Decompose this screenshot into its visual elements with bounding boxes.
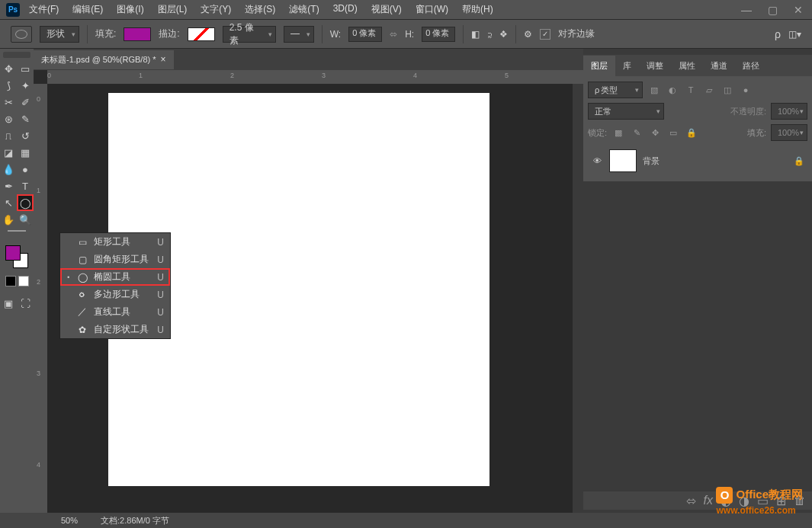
- hand-tool[interactable]: ✋: [1, 212, 16, 227]
- brush-tool[interactable]: ✎: [18, 111, 33, 126]
- filter-toggle-icon[interactable]: ●: [739, 85, 753, 94]
- blend-mode-dropdown[interactable]: 正常: [588, 103, 664, 120]
- filter-adjust-icon[interactable]: ◐: [666, 85, 679, 95]
- menu-help[interactable]: 帮助(H): [462, 3, 493, 16]
- layer-thumbnail[interactable]: [609, 149, 637, 172]
- watermark-icon: O: [716, 487, 733, 504]
- stroke-swatch[interactable]: [188, 27, 215, 41]
- app-logo: Ps: [6, 3, 20, 17]
- healing-tool[interactable]: ⊛: [1, 111, 16, 126]
- width-field[interactable]: 0 像素: [348, 27, 382, 42]
- scrollbar-vertical[interactable]: [573, 84, 583, 513]
- flyout-rectangle[interactable]: ▭矩形工具U: [60, 233, 170, 251]
- filter-type-icon[interactable]: T: [684, 85, 698, 94]
- filter-image-icon[interactable]: ▧: [647, 85, 661, 95]
- mini-black[interactable]: [5, 276, 16, 286]
- gear-icon[interactable]: ⚙: [524, 29, 532, 40]
- tab-close-icon[interactable]: ×: [161, 54, 166, 65]
- close-button[interactable]: ✕: [791, 4, 806, 16]
- crop-tool[interactable]: ✂: [1, 94, 16, 110]
- tab-paths[interactable]: 路径: [735, 56, 767, 76]
- menu-image[interactable]: 图像(I): [117, 3, 143, 16]
- shape-tool-flyout: ▭矩形工具U ▢圆角矩形工具U ▪◯椭圆工具U ⭘多边形工具U ／直线工具U ✿…: [59, 232, 171, 339]
- align-icon[interactable]: ⫈: [487, 29, 492, 40]
- toolbox-grip[interactable]: [3, 52, 30, 58]
- menu-edit[interactable]: 编辑(E): [72, 3, 103, 16]
- menu-file[interactable]: 文件(F): [29, 3, 59, 16]
- history-brush-tool[interactable]: ↺: [18, 128, 33, 143]
- menu-window[interactable]: 窗口(W): [416, 3, 448, 16]
- shape-tool[interactable]: ◯: [18, 195, 33, 210]
- tab-adjustments[interactable]: 调整: [639, 56, 671, 76]
- magic-wand-tool[interactable]: ✦: [18, 78, 33, 93]
- quickmask-tool[interactable]: ▣: [1, 296, 16, 311]
- stroke-width-field[interactable]: 2.5 像素: [223, 26, 276, 43]
- menu-type[interactable]: 文字(Y): [201, 3, 231, 16]
- flyout-polygon[interactable]: ⭘多边形工具U: [60, 286, 170, 303]
- eyedropper-tool[interactable]: ✐: [18, 94, 33, 110]
- height-field[interactable]: 0 像素: [422, 27, 455, 42]
- lasso-tool[interactable]: ⟆: [1, 78, 16, 93]
- flyout-ellipse[interactable]: ▪◯椭圆工具U: [60, 268, 170, 286]
- opacity-field[interactable]: 100%: [771, 103, 807, 120]
- shape-mode-dropdown[interactable]: 形状: [40, 26, 79, 43]
- layer-row[interactable]: 👁 背景 🔒: [588, 145, 807, 177]
- tab-properties[interactable]: 属性: [671, 56, 703, 76]
- flyout-rounded-rectangle[interactable]: ▢圆角矩形工具U: [60, 251, 170, 268]
- zoom-level[interactable]: 50%: [61, 516, 78, 525]
- lock-move-icon[interactable]: ✥: [648, 128, 662, 138]
- ellipse-icon: [15, 30, 27, 39]
- blur-tool[interactable]: 💧: [1, 162, 16, 177]
- flyout-line[interactable]: ／直线工具U: [60, 303, 170, 321]
- lock-pixels-icon[interactable]: ▩: [611, 128, 625, 138]
- tab-title: 未标题-1.psd @ 50%(RGB/8) *: [41, 54, 156, 66]
- menu-filter[interactable]: 滤镜(T): [289, 3, 319, 16]
- pen-tool[interactable]: ✒: [1, 178, 16, 194]
- fg-color[interactable]: [5, 245, 21, 261]
- tab-layers[interactable]: 图层: [583, 56, 615, 76]
- menu-select[interactable]: 选择(S): [245, 3, 275, 16]
- marquee-tool[interactable]: ▭: [18, 61, 33, 76]
- tab-channels[interactable]: 通道: [703, 56, 735, 76]
- color-swatches[interactable]: [5, 245, 28, 268]
- eraser-tool[interactable]: ◪: [1, 145, 16, 160]
- arrange-icon[interactable]: ❖: [499, 29, 508, 40]
- dodge-tool[interactable]: ●: [18, 162, 33, 177]
- type-tool[interactable]: T: [18, 178, 33, 194]
- stroke-style-dropdown[interactable]: [284, 26, 314, 43]
- mini-white[interactable]: [18, 276, 29, 286]
- screenmode-tool[interactable]: ⛶: [18, 296, 33, 311]
- zoom-tool[interactable]: 🔍: [18, 212, 33, 227]
- search-icon[interactable]: ρ: [775, 28, 781, 40]
- link-layers-icon[interactable]: ⬄: [686, 494, 696, 508]
- current-tool-indicator[interactable]: [11, 26, 32, 43]
- maximize-button[interactable]: ▢: [765, 4, 780, 16]
- menu-3d[interactable]: 3D(D): [333, 3, 358, 16]
- menu-view[interactable]: 视图(V): [371, 3, 402, 16]
- path-ops-icon[interactable]: ◧: [471, 29, 480, 40]
- minimize-button[interactable]: —: [739, 4, 754, 16]
- layer-lock-icon[interactable]: 🔒: [794, 156, 804, 166]
- layer-filter-dropdown[interactable]: ρ类型: [588, 82, 643, 98]
- filter-smart-icon[interactable]: ◫: [721, 85, 734, 95]
- flyout-custom-shape[interactable]: ✿自定形状工具U: [60, 321, 170, 338]
- link-icon[interactable]: ⬄: [390, 29, 397, 40]
- lock-all-icon[interactable]: 🔒: [685, 128, 698, 138]
- lock-artboard-icon[interactable]: ▭: [666, 128, 680, 138]
- fill-opacity-field[interactable]: 100%: [771, 124, 807, 141]
- doc-info[interactable]: 文档:2.86M/0 字节: [101, 515, 169, 526]
- menu-layer[interactable]: 图层(L): [158, 3, 188, 16]
- workspace-icon[interactable]: ◫▾: [788, 29, 801, 40]
- fill-swatch[interactable]: [124, 27, 151, 41]
- stamp-tool[interactable]: ⎍: [1, 128, 16, 143]
- filter-shape-icon[interactable]: ▱: [702, 85, 716, 95]
- gradient-tool[interactable]: ▦: [18, 145, 33, 160]
- lock-brush-icon[interactable]: ✎: [630, 128, 644, 138]
- document-tab[interactable]: 未标题-1.psd @ 50%(RGB/8) * ×: [34, 50, 174, 69]
- visibility-icon[interactable]: 👁: [591, 156, 603, 165]
- align-edges-checkbox[interactable]: ✓: [540, 29, 550, 40]
- fx-icon[interactable]: fx: [704, 494, 713, 507]
- path-select-tool[interactable]: ↖: [1, 195, 16, 210]
- tab-libraries[interactable]: 库: [615, 56, 639, 76]
- move-tool[interactable]: ✥: [1, 61, 16, 76]
